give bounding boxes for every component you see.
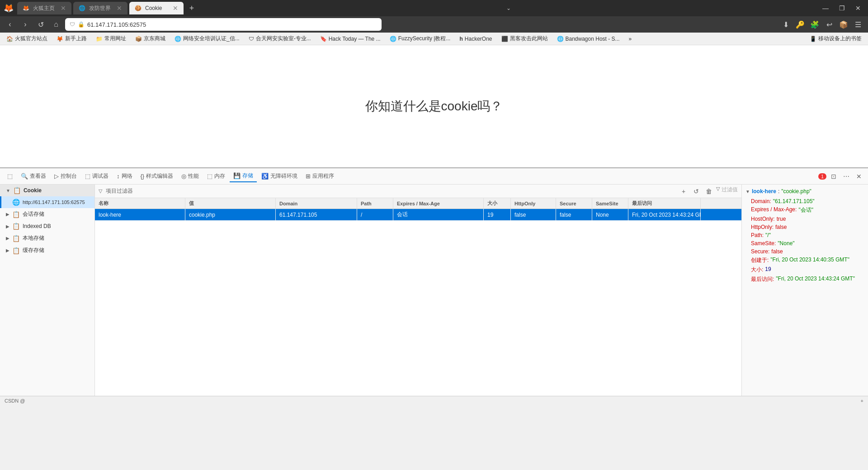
bookmark-hetian[interactable]: 🛡 合天网安实验室-专业... bbox=[247, 34, 313, 43]
sidebar-local-storage[interactable]: ▶ 📋 本地存储 bbox=[0, 232, 94, 244]
th-httponly: HttpOnly bbox=[511, 198, 556, 209]
dt-network-button[interactable]: ↕ 网络 bbox=[113, 171, 136, 182]
menu-button[interactable]: ☰ bbox=[852, 18, 864, 31]
home-button[interactable]: ⌂ bbox=[50, 18, 62, 31]
sidebar-session-storage[interactable]: ▶ 📋 会话存储 bbox=[0, 208, 94, 220]
dt-debugger-button[interactable]: ⬚ 调试器 bbox=[81, 171, 112, 182]
detail-val-created: "Fri, 20 Oct 2023 14:40:35 GMT" bbox=[770, 256, 849, 264]
delete-button[interactable]: 🗑 bbox=[703, 186, 714, 197]
td-httponly: false bbox=[511, 209, 556, 220]
tab-firefox-home[interactable]: 🦊 火狐主页 ✕ bbox=[17, 2, 71, 14]
refresh-button[interactable]: ↺ bbox=[691, 186, 702, 197]
memory-label: 内存 bbox=[214, 172, 225, 180]
globe-icon: 🌐 bbox=[12, 199, 20, 206]
dt-console-button[interactable]: ▷ 控制台 bbox=[51, 171, 80, 182]
console-label: 控制台 bbox=[61, 172, 77, 180]
bookmark-more[interactable]: » bbox=[627, 35, 634, 43]
detail-httponly: HttpOnly: false bbox=[745, 223, 864, 231]
detail-panel: ▼ look-here : "cookie.php" Domain: "61.1… bbox=[741, 185, 868, 396]
detail-root-colon: : bbox=[778, 188, 779, 195]
navigation-bar: ‹ › ↺ ⌂ 🛡 🔒 61.147.171.105:62575 ⬇ 🔑 🧩 ↩… bbox=[0, 16, 868, 33]
add-cookie-button[interactable]: + bbox=[678, 186, 689, 197]
sidebar-indexed-db[interactable]: ▶ 📋 Indexed DB bbox=[0, 220, 94, 232]
dt-inspect-button[interactable]: ⬚ bbox=[4, 171, 16, 181]
detail-val-hostonly: true bbox=[777, 216, 786, 222]
bookmark-label: HackerOne bbox=[465, 36, 492, 42]
cookie-db-icon: 📋 bbox=[13, 187, 21, 194]
filter-value-label: 过滤值 bbox=[722, 186, 738, 197]
dt-viewer-button[interactable]: 🔍 查看器 bbox=[17, 171, 50, 182]
detail-key-created: 创建于: bbox=[751, 256, 769, 264]
status-left: CSDN @ bbox=[5, 398, 25, 404]
bookmark-hackerone[interactable]: h HackerOne bbox=[458, 35, 494, 43]
close-button[interactable]: ✕ bbox=[852, 2, 864, 14]
status-right: + bbox=[861, 398, 863, 404]
bookmark-fuzzysecurity[interactable]: 🌐 FuzzySecurity |教程... bbox=[388, 34, 453, 43]
download-button[interactable]: ⬇ bbox=[779, 18, 792, 31]
dt-close-button[interactable]: ✕ bbox=[854, 171, 864, 182]
bookmark-jd[interactable]: 📦 京东商城 bbox=[133, 34, 167, 43]
bookmark-newuser[interactable]: 🦊 新手上路 bbox=[55, 34, 89, 43]
new-tab-button[interactable]: + bbox=[185, 2, 198, 14]
tab-favicon: 🌐 bbox=[79, 5, 85, 11]
reload-button[interactable]: ↺ bbox=[34, 18, 47, 31]
bookmark-blackhat[interactable]: ⬛ 黑客攻击此网站 bbox=[500, 34, 550, 43]
bookmark-security-training[interactable]: 🌐 网络安全培训认证_信... bbox=[173, 34, 241, 43]
devtools-toolbar: ⬚ 🔍 查看器 ▷ 控制台 ⬚ 调试器 ↕ 网络 {} 样式编辑器 ◎ 性能 ⬚… bbox=[0, 168, 868, 185]
storage-label: 存储 bbox=[242, 172, 253, 180]
tab-cookie[interactable]: 🍪 Cookie ✕ bbox=[129, 2, 184, 14]
extensions-button[interactable]: 🧩 bbox=[808, 18, 821, 31]
application-icon: ⊞ bbox=[306, 173, 311, 180]
account-button[interactable]: 🔑 bbox=[794, 18, 807, 31]
th-value: 值 bbox=[185, 198, 276, 209]
bookmark-bandwagon[interactable]: 🌐 Bandwagon Host - S... bbox=[555, 35, 622, 43]
detail-val-secure: false bbox=[771, 248, 783, 255]
sync-button[interactable]: 📦 bbox=[837, 18, 850, 31]
th-path: Path bbox=[357, 198, 393, 209]
maximize-button[interactable]: ❐ bbox=[835, 2, 848, 14]
bookmark-firefox[interactable]: 🏠 火狐官方站点 bbox=[5, 34, 49, 43]
back-button[interactable]: ‹ bbox=[4, 18, 16, 31]
bookmark-mobile[interactable]: 📱 移动设备上的书签 bbox=[808, 34, 863, 43]
nav-right-buttons: ⬇ 🔑 🧩 ↩ 📦 ☰ bbox=[779, 18, 864, 31]
url-text: 61.147.171.105:62575 bbox=[87, 21, 377, 28]
performance-icon: ◎ bbox=[181, 173, 186, 180]
sidebar-cookie-url[interactable]: 🌐 http://61.147.171.105:62575 bbox=[0, 196, 94, 208]
bookmark-common[interactable]: 📁 常用网址 bbox=[94, 34, 128, 43]
bookmark-icon: 🔖 bbox=[320, 36, 327, 42]
tab-attack-world[interactable]: 🌐 攻防世界 ✕ bbox=[73, 2, 127, 14]
bookmark-icon: h bbox=[459, 36, 462, 42]
dt-style-button[interactable]: {} 样式编辑器 bbox=[137, 171, 177, 182]
table-header: 名称 值 Domain Path Expires / Max-Age 大小 Ht… bbox=[95, 198, 741, 209]
sidebar-indexeddb-label: Indexed DB bbox=[23, 223, 51, 229]
bookmark-hacktoday[interactable]: 🔖 Hack Today — The ... bbox=[318, 35, 382, 43]
dt-storage-button[interactable]: 💾 存储 bbox=[230, 170, 257, 182]
back-arrow-button[interactable]: ↩ bbox=[823, 18, 835, 31]
dt-memory-button[interactable]: ⬚ 内存 bbox=[203, 171, 229, 182]
expand-icon: ▶ bbox=[6, 236, 9, 241]
address-bar[interactable]: 🛡 🔒 61.147.171.105:62575 bbox=[65, 18, 382, 31]
detail-domain: Domain: "61.147.171.105" bbox=[745, 197, 864, 205]
dt-accessibility-button[interactable]: ♿ 无障碍环境 bbox=[258, 171, 301, 182]
panel-toolbar: ▽ 项目过滤器 + ↺ 🗑 ▽ 过滤值 bbox=[95, 185, 741, 198]
tab-close-button[interactable]: ✕ bbox=[117, 5, 122, 12]
tab-close-button[interactable]: ✕ bbox=[173, 5, 178, 12]
dt-expand-button[interactable]: ⊡ bbox=[828, 171, 839, 182]
sidebar-cache-storage[interactable]: ▶ 📋 缓存存储 bbox=[0, 244, 94, 256]
th-domain: Domain bbox=[276, 198, 357, 209]
dt-application-button[interactable]: ⊞ 应用程序 bbox=[302, 171, 338, 182]
detail-key-secure: Secure: bbox=[751, 248, 769, 255]
th-size: 大小 bbox=[484, 198, 511, 209]
tab-overflow-button[interactable]: ⌄ bbox=[503, 5, 514, 11]
dt-performance-button[interactable]: ◎ 性能 bbox=[178, 171, 203, 182]
minimize-button[interactable]: — bbox=[819, 2, 832, 14]
table-row[interactable]: look-here cookie.php 61.147.171.105 / 会话… bbox=[95, 209, 741, 221]
tab-close-button[interactable]: ✕ bbox=[61, 5, 66, 12]
detail-key-httponly: HttpOnly: bbox=[751, 224, 774, 230]
forward-button[interactable]: › bbox=[19, 18, 32, 31]
sidebar-cookie-section[interactable]: ▼ 📋 Cookie bbox=[0, 185, 94, 196]
dt-more-button[interactable]: ⋯ bbox=[841, 171, 852, 182]
devtools-sidebar: ▼ 📋 Cookie 🌐 http://61.147.171.105:62575… bbox=[0, 185, 95, 396]
debugger-icon: ⬚ bbox=[85, 173, 90, 180]
th-expires: Expires / Max-Age bbox=[393, 198, 484, 209]
